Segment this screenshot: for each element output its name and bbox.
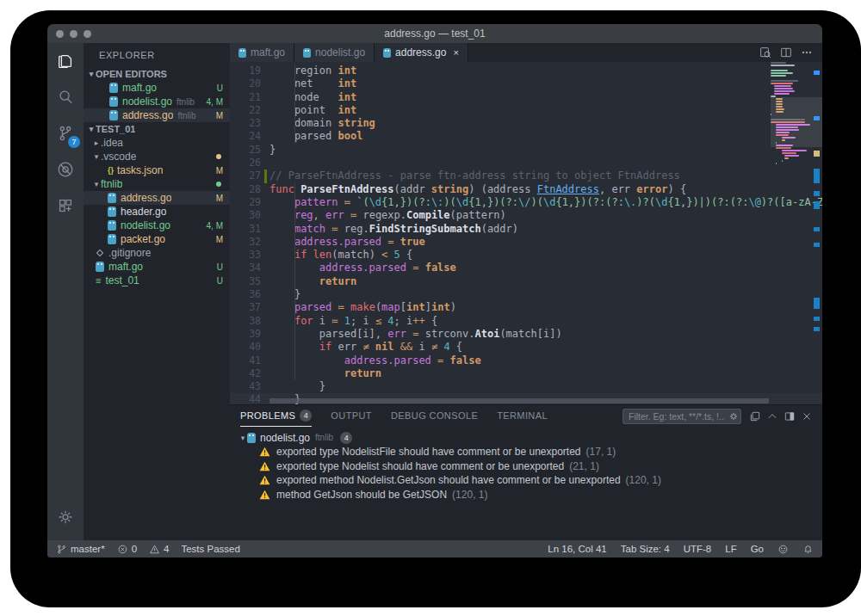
code-text — [269, 157, 822, 169]
code-line[interactable]: 38 for i ≔ 1; i ≤ 4; i++ { — [230, 315, 822, 328]
problem-row[interactable]: method GetJson should be GetJSON(120, 1) — [230, 488, 822, 502]
problem-location: (21, 1) — [569, 460, 599, 472]
code-editor[interactable]: 19 region int20 net int21 node int22 poi… — [230, 62, 822, 404]
code-line[interactable]: 42 return — [230, 367, 822, 380]
code-line[interactable]: 25} — [230, 144, 822, 157]
more-actions-icon[interactable] — [798, 44, 815, 61]
line-number: 23 — [230, 117, 261, 130]
sidebar-item-header-go[interactable]: header.go — [84, 205, 230, 219]
extensions-icon[interactable] — [47, 188, 84, 224]
sidebar-item--gitignore[interactable]: .gitignore — [84, 246, 230, 260]
sidebar-item-address-go[interactable]: address.goM — [84, 191, 230, 205]
split-editor-icon[interactable] — [777, 44, 795, 61]
code-line[interactable]: 32 address.parsed = true — [230, 236, 822, 249]
panel-tab-terminal[interactable]: TERMINAL — [497, 405, 548, 427]
sidebar-item--idea[interactable]: ▸.idea — [84, 136, 230, 150]
code-line[interactable]: 37 parsed ≔ make(map[int]int) — [230, 301, 822, 314]
code-line[interactable]: 24 parsed bool — [230, 130, 822, 143]
sidebar-item-maft-go[interactable]: maft.goU — [84, 81, 230, 95]
gear-icon[interactable] — [47, 499, 84, 535]
sidebar-section-open-editors[interactable]: ▾OPEN EDITORS — [84, 67, 230, 81]
code-line[interactable]: 27// ParseFtnAddress - parse ftn-address… — [230, 169, 822, 182]
code-line[interactable]: 33 if len(match) < 5 { — [230, 249, 822, 262]
panel-tab-problems[interactable]: PROBLEMS4 — [240, 405, 312, 427]
explorer-icon[interactable] — [47, 43, 84, 79]
status-item-go[interactable]: Go — [751, 544, 764, 554]
open-in-editor-icon[interactable] — [746, 408, 764, 425]
problem-row[interactable]: exported type Nodelist should have comme… — [230, 459, 822, 474]
status-item-0[interactable]: 0 — [117, 544, 137, 555]
code-line[interactable]: 40 if err ≠ nil && i ≠ 4 { — [230, 341, 822, 354]
problem-row[interactable]: exported type NodelistFile should have c… — [230, 445, 822, 459]
status-item-smiley[interactable] — [777, 544, 789, 555]
code-line[interactable]: 28func ParseFtnAddress(addr string) (add… — [230, 183, 822, 196]
problems-filter[interactable] — [623, 409, 741, 424]
sidebar-section-test-01[interactable]: ▾TEST_01 — [84, 122, 230, 136]
status-item-utf-8[interactable]: UTF-8 — [684, 544, 712, 554]
sidebar-item-packet-go[interactable]: packet.goM — [84, 232, 230, 246]
code-line[interactable]: 29 pattern ≔ `(\d{1,})(?:\:)(\d{1,})(?:\… — [230, 196, 822, 209]
title-bar[interactable]: address.go — test_01 — [47, 24, 822, 43]
close-window-button[interactable] — [56, 30, 64, 38]
horizontal-scrollbar[interactable] — [269, 398, 769, 403]
problem-row[interactable]: exported method Nodelist.GetJson should … — [230, 473, 822, 488]
modified-dot — [216, 182, 221, 187]
tab-maft.go[interactable]: maft.go — [230, 43, 294, 62]
sidebar-item-nodelist-go[interactable]: nodelist.go4, M — [84, 219, 230, 232]
status-item-ln-16-col-41[interactable]: Ln 16, Col 41 — [548, 544, 606, 554]
open-preview-icon[interactable] — [757, 44, 774, 61]
search-icon[interactable] — [47, 79, 84, 115]
chevron-up-icon[interactable] — [764, 408, 781, 425]
sidebar-item-test-01[interactable]: ≡test_01U — [84, 274, 230, 287]
sidebar-item-nodelist-go[interactable]: nodelist.goftnlib4, M — [84, 95, 230, 108]
zoom-window-button[interactable] — [84, 30, 91, 38]
code-line[interactable]: 35 return — [230, 275, 822, 288]
gutter — [261, 288, 269, 301]
status-item-master-[interactable]: master* — [56, 544, 105, 555]
minimap-line — [771, 150, 810, 151]
code-line[interactable]: 43 } — [230, 380, 822, 393]
code-line[interactable]: 34 address.parsed = false — [230, 262, 822, 274]
problem-message: exported method Nodelist.GetJson should … — [276, 474, 621, 486]
panel-tab-debug-console[interactable]: DEBUG CONSOLE — [391, 405, 478, 427]
problems-file-row[interactable]: ▾nodelist.goftnlib4 — [230, 430, 822, 445]
close-panel-icon[interactable] — [798, 408, 815, 425]
code-line[interactable]: 22 point int — [230, 104, 822, 117]
sidebar-item-tasks-json[interactable]: {}tasks.jsonM — [84, 163, 230, 177]
sidebar-item--vscode[interactable]: ▾.vscode — [84, 150, 230, 163]
sidebar-item-maft-go[interactable]: maft.goU — [84, 260, 230, 274]
code-line[interactable]: 41 address.parsed = false — [230, 354, 822, 367]
panel-tab-label: TERMINAL — [497, 410, 548, 421]
code-line[interactable]: 39 parsed[i], err = strconv.Atoi(match[i… — [230, 328, 822, 341]
code-line[interactable]: 20 net int — [230, 77, 822, 90]
debug-icon[interactable] — [47, 151, 84, 188]
line-number: 35 — [230, 275, 261, 288]
status-item-tab-size-4[interactable]: Tab Size: 4 — [621, 544, 670, 554]
minimap-line — [771, 77, 810, 79]
sidebar-item-ftnlib[interactable]: ▾ftnlib — [84, 177, 230, 191]
code-line[interactable]: 21 node int — [230, 91, 822, 104]
minimap-line — [771, 83, 810, 84]
status-item-bell[interactable] — [802, 544, 814, 555]
code-line[interactable]: 26 — [230, 157, 822, 169]
sidebar-item-address-go[interactable]: address.goftnlibM — [84, 108, 230, 122]
code-line[interactable]: 31 match ≔ reg.FindStringSubmatch(addr) — [230, 223, 822, 236]
line-number: 32 — [230, 236, 261, 249]
code-line[interactable]: 36 } — [230, 288, 822, 301]
status-item-tests-passed[interactable]: Tests Passed — [181, 544, 239, 554]
code-line[interactable]: 19 region int — [230, 65, 822, 77]
filter-gear-icon[interactable] — [727, 408, 740, 425]
code-line[interactable]: 23 domain string — [230, 117, 822, 130]
code-line[interactable]: 30 reg, err ≔ regexp.Compile(pattern) — [230, 209, 822, 222]
status-item-lf[interactable]: LF — [725, 544, 736, 554]
filter-input[interactable] — [623, 411, 727, 422]
tab-nodelist.go[interactable]: nodelist.go — [294, 43, 375, 62]
source-control-icon[interactable]: 7 — [47, 115, 84, 151]
panel-tab-output[interactable]: OUTPUT — [331, 405, 372, 427]
close-tab-icon[interactable]: × — [453, 47, 458, 58]
maximize-panel-icon[interactable] — [781, 408, 798, 425]
minimize-window-button[interactable] — [70, 30, 77, 38]
tab-address.go[interactable]: address.go× — [375, 43, 468, 62]
code-text: address.parsed = true — [269, 236, 822, 249]
status-item-4[interactable]: 4 — [149, 544, 169, 555]
